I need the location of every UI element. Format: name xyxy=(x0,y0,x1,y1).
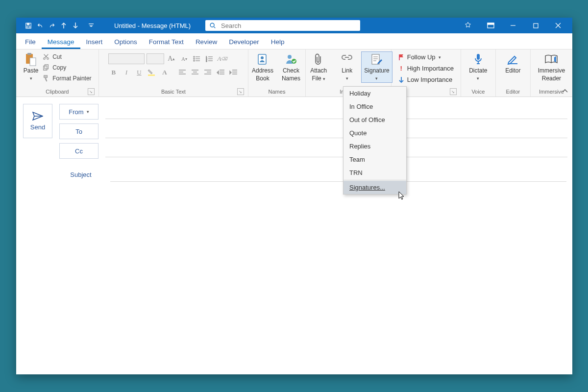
italic-button[interactable]: I xyxy=(121,67,132,78)
signature-item-quote[interactable]: Quote xyxy=(343,126,406,140)
dropdown-separator xyxy=(343,180,406,180)
high-importance-button[interactable]: ! High Importance xyxy=(396,64,456,73)
svg-point-24 xyxy=(261,56,264,59)
low-importance-button[interactable]: Low Importance xyxy=(396,75,455,84)
titlebar: Untitled - Message (HTML) xyxy=(16,18,572,33)
address-buttons: From ▾ To Cc xyxy=(59,104,98,159)
signature-item-trn[interactable]: TRN xyxy=(343,166,406,179)
signature-item-holiday[interactable]: Holiday xyxy=(343,87,406,100)
svg-point-4 xyxy=(210,23,214,27)
font-color-icon[interactable]: A xyxy=(159,67,170,78)
down-arrow-icon[interactable] xyxy=(72,22,79,29)
bold-button[interactable]: B xyxy=(108,67,119,78)
font-size-combo[interactable] xyxy=(147,53,164,64)
up-arrow-icon[interactable] xyxy=(60,22,67,29)
paperclip-icon xyxy=(312,52,325,66)
cut-button[interactable]: Cut xyxy=(41,52,93,61)
svg-rect-14 xyxy=(45,65,49,69)
font-name-combo[interactable] xyxy=(108,53,145,64)
editor-icon xyxy=(506,52,520,66)
titlebar-controls xyxy=(457,18,572,33)
clipboard-launcher[interactable]: ↘ xyxy=(88,88,95,95)
cc-field[interactable] xyxy=(105,142,567,157)
signature-item-replies[interactable]: Replies xyxy=(343,140,406,153)
check-names-button[interactable]: Check Names xyxy=(277,51,305,83)
tags-launcher[interactable]: ↘ xyxy=(450,88,457,95)
highlight-icon[interactable] xyxy=(147,67,157,78)
svg-rect-3 xyxy=(89,24,94,24)
compose-area: Send From ▾ To Cc xyxy=(16,97,572,164)
group-names: Address Book Check Names Names xyxy=(248,49,306,97)
align-right-icon[interactable] xyxy=(202,67,213,78)
menu-help[interactable]: Help xyxy=(265,35,291,49)
copy-button[interactable]: Copy xyxy=(41,63,93,72)
increase-indent-icon[interactable] xyxy=(228,67,239,78)
signature-icon xyxy=(370,52,384,66)
menu-developer[interactable]: Developer xyxy=(223,35,265,49)
svg-rect-9 xyxy=(27,53,31,55)
decrease-indent-icon[interactable] xyxy=(215,67,226,78)
editor-button[interactable]: Editor xyxy=(499,51,527,75)
svg-point-16 xyxy=(194,56,195,57)
to-button[interactable]: To xyxy=(59,123,98,139)
grow-font-icon[interactable]: A▴ xyxy=(166,53,177,64)
cut-icon xyxy=(43,53,49,60)
numbering-icon[interactable]: 123 xyxy=(204,53,215,64)
svg-rect-1 xyxy=(27,23,29,25)
immersive-reader-button[interactable]: Immersive Reader xyxy=(535,51,568,83)
high-importance-icon: ! xyxy=(398,65,404,72)
signature-item-team[interactable]: Team xyxy=(343,153,406,166)
align-left-icon[interactable] xyxy=(177,67,188,78)
subject-row: Subject xyxy=(16,168,572,182)
signature-item-signatures[interactable]: Signatures... xyxy=(343,181,406,194)
redo-icon[interactable] xyxy=(49,22,55,29)
bullets-icon[interactable] xyxy=(192,53,202,64)
ribbon-display-icon[interactable] xyxy=(479,18,502,33)
copy-icon xyxy=(43,64,49,71)
quick-access-toolbar xyxy=(16,22,95,29)
from-field[interactable] xyxy=(105,104,567,119)
address-book-button[interactable]: Address Book xyxy=(248,51,277,83)
basic-text-launcher[interactable]: ↘ xyxy=(237,88,244,95)
search-box[interactable] xyxy=(205,20,360,31)
menu-insert[interactable]: Insert xyxy=(80,35,109,49)
underline-button[interactable]: U xyxy=(134,67,145,78)
signature-item-out-of-office[interactable]: Out of Office xyxy=(343,113,406,126)
svg-point-26 xyxy=(292,59,296,64)
cc-button[interactable]: Cc xyxy=(59,143,98,159)
undo-icon[interactable] xyxy=(37,22,44,29)
menubar: File Message Insert Options Format Text … xyxy=(16,33,572,49)
shrink-font-icon[interactable]: A▾ xyxy=(179,53,190,64)
align-center-icon[interactable] xyxy=(190,67,200,78)
coming-soon-icon[interactable] xyxy=(457,18,479,33)
from-button[interactable]: From ▾ xyxy=(59,104,98,120)
menu-message[interactable]: Message xyxy=(42,35,80,49)
search-input[interactable] xyxy=(220,22,356,30)
signature-item-in-office[interactable]: In Office xyxy=(343,100,406,113)
chevron-down-icon: ▾ xyxy=(30,75,32,82)
send-button[interactable]: Send xyxy=(23,104,52,138)
maximize-button[interactable] xyxy=(524,18,547,33)
minimize-button[interactable] xyxy=(502,18,524,33)
clear-formatting-icon[interactable]: A⌫ xyxy=(217,53,228,64)
customize-qat-icon[interactable] xyxy=(88,22,95,29)
svg-rect-10 xyxy=(30,58,36,66)
dictate-button[interactable]: Dictate ▾ xyxy=(464,51,492,83)
close-button[interactable] xyxy=(547,18,569,33)
follow-up-button[interactable]: Follow Up▾ xyxy=(396,52,443,62)
menu-review[interactable]: Review xyxy=(190,35,223,49)
save-icon[interactable] xyxy=(25,22,32,29)
collapse-ribbon-icon[interactable] xyxy=(562,89,568,94)
attach-file-button[interactable]: Attach File ▾ xyxy=(304,51,333,83)
signature-button[interactable]: Signature ▾ xyxy=(361,51,392,83)
menu-format-text[interactable]: Format Text xyxy=(143,35,190,49)
window-title: Untitled - Message (HTML) xyxy=(114,22,191,29)
format-painter-button[interactable]: Format Painter xyxy=(41,74,93,83)
to-field[interactable] xyxy=(105,123,567,138)
menu-options[interactable]: Options xyxy=(108,35,143,49)
menu-file[interactable]: File xyxy=(19,35,42,49)
group-basic-text: A▴ A▾ 123 A⌫ B I U A xyxy=(99,49,248,97)
subject-input[interactable] xyxy=(110,168,566,182)
svg-text:3: 3 xyxy=(206,60,207,62)
link-button[interactable]: Link ▾ xyxy=(333,51,361,83)
